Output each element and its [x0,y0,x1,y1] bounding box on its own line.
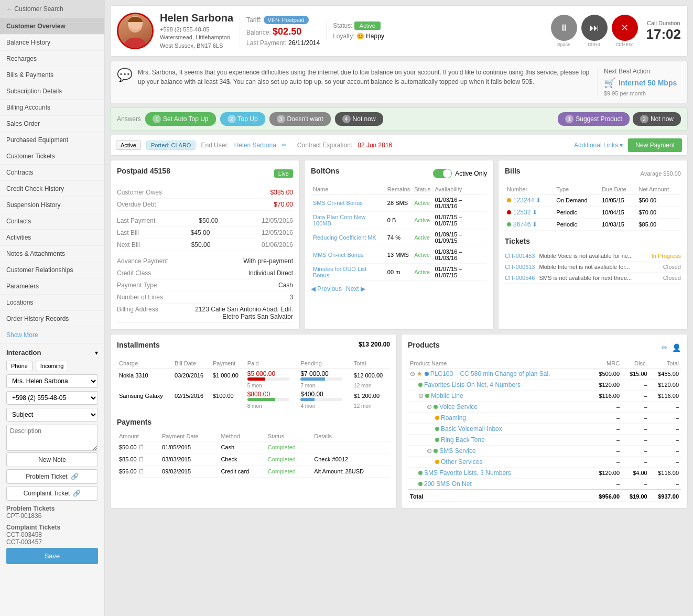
collapse-icon[interactable]: ⊖ [418,392,425,399]
sidebar-item-suspension-history[interactable]: Suspension History [0,197,104,213]
customer-address2: West Sussex, BN17 6LS [160,42,233,50]
download-icon[interactable]: ⬇ [532,209,537,216]
product-name[interactable]: Other Services [441,458,482,466]
sidebar-item-locations[interactable]: Locations [0,295,104,311]
sidebar-item-billing-accounts[interactable]: Billing Accounts [0,100,104,116]
sidebar-item-purchased-equipment[interactable]: Purchased Equipment [0,132,104,148]
tickets-title: Tickets [505,237,681,245]
save-button[interactable]: Save [6,548,98,564]
skip-button[interactable]: ⏭ [581,15,608,41]
bolton-name[interactable]: Reducing Coefficient MK [311,229,385,246]
sidebar-item-activities[interactable]: Activities [0,230,104,246]
product-row: Other Services – – – [408,457,681,468]
avatar [117,13,154,49]
product-name[interactable]: Roaming [441,414,466,422]
owes-value: $385.00 [270,189,293,196]
product-row: 200 SMS On Net – – – [408,479,681,490]
product-row: ⊖ ★ PLC100 – CC 580 min Change of plan S… [408,369,681,380]
bill-row: 86746 ⬇ Periodic 10/03/15 $85.00 [505,219,681,231]
sidebar-item-balance-history[interactable]: Balance History [0,35,104,51]
download-icon[interactable]: ⬇ [532,221,537,228]
bolton-row: Reducing Coefficient MK 74 % Active 01/0… [311,229,487,246]
sidebar-item-subscription-details[interactable]: Subscription Details [0,83,104,100]
suggest-product-button[interactable]: 1 Suggest Product [558,112,630,126]
back-button[interactable]: ← Customer Search [0,0,104,18]
sidebar-item-credit-check[interactable]: Credit Check History [0,181,104,197]
postpaid-panel: Postpaid 45158 Live Customer Owes $385.0… [110,160,300,330]
sidebar-item-order-history[interactable]: Order History Records [0,311,104,327]
bolton-name[interactable]: MMS On-net Bonus [311,246,385,264]
receipt-icon[interactable]: 🗒 [138,456,145,463]
new-note-button[interactable]: New Note [6,452,98,467]
payments-table: Amount Payment Date Method Status Detail… [117,431,390,478]
problem-ticket-button[interactable]: Problem Ticket 🔗 [6,469,98,484]
download-icon[interactable]: ⬇ [536,197,541,204]
receipt-icon[interactable]: 🗒 [138,468,145,475]
sidebar-item-contracts[interactable]: Contracts [0,165,104,181]
customer-select[interactable]: Mrs. Helen Sarbona [6,374,98,388]
product-name[interactable]: Favorites Lists On Net, 4 Numbers [424,381,521,388]
product-name[interactable]: SMS Service [439,447,475,455]
collapse-icon[interactable]: ⊖ [410,370,417,377]
sidebar-item-sales-order[interactable]: Sales Order [0,116,104,132]
not-now-button[interactable]: 4 Not now [335,112,383,126]
sidebar-item-customer-relationships[interactable]: Customer Relationships [0,262,104,278]
ticket-id[interactable]: CIT-000546 [505,275,535,281]
ticket-id[interactable]: CIT-001453 [505,253,535,259]
ticket-status: Closed [663,275,681,281]
additional-links-button[interactable]: Additional Links ▾ [574,142,623,149]
phone-dropdown[interactable]: Phone [6,361,33,371]
product-name[interactable]: PLC100 – CC 580 min Change of plan Sal. [430,370,550,377]
end-call-button[interactable]: ✕ [612,15,638,41]
balance-amount: $02.50 [273,26,301,37]
doesnt-want-button[interactable]: 3 Doesn't want [269,112,331,126]
sidebar-item-recharges[interactable]: Recharges [0,51,104,67]
collapse-icon[interactable]: ▾ [95,349,98,356]
products-panel: Products ✏ 👤 Product Name MRC Disc. Tota… [401,334,688,509]
product-name[interactable]: Voice Service [439,403,478,410]
nba-not-now-button[interactable]: 2 Not now [633,112,681,126]
collapse-icon[interactable]: ⊖ [427,403,434,410]
sidebar-item-parameters[interactable]: Parameters [0,278,104,295]
subject-select[interactable]: Subject [6,408,98,422]
description-textarea[interactable] [6,425,98,451]
tickets-section: Tickets CIT-001453 Mobile Voice is not a… [505,237,681,284]
collapse-icon[interactable]: ⊖ [427,447,434,455]
phone-select[interactable]: +598 (2) 555-48-05 [6,391,98,405]
receipt-icon[interactable]: 🗒 [138,444,145,451]
product-name[interactable]: 200 SMS On Net [424,480,472,488]
bills-panel: Bills Avarage $50.00 Number Type Due Dat… [498,160,688,330]
sidebar-item-bills-payments[interactable]: Bills & Payments [0,67,104,83]
bolton-name[interactable]: Minutes for DUO List Bonus [311,264,385,281]
user-product-button[interactable]: 👤 [672,343,681,352]
sidebar-item-customer-tickets[interactable]: Customer Tickets [0,148,104,165]
product-name[interactable]: Basic Voicemail Inbox [441,425,502,433]
active-only-toggle[interactable] [433,169,452,178]
end-label: Ctrl+Esc [615,42,633,47]
edit-product-button[interactable]: ✏ [662,343,668,352]
pause-button[interactable]: ⏸ [551,15,577,41]
new-payment-button[interactable]: New Payment [628,138,682,152]
product-name[interactable]: Ring Back Tone [441,436,485,444]
end-user-link[interactable]: Helen Sarbona [234,142,276,149]
bolton-name[interactable]: Data Plan Corp New 100MB [311,212,385,229]
top-up-button[interactable]: 2 Top Up [220,112,265,126]
boltons-panel: BoltOns Active Only Name Remains Status … [304,160,494,330]
complaint-ticket-button[interactable]: Complaint Ticket 🔗 [6,486,98,501]
prev-link[interactable]: ◀ Previous [311,285,342,293]
bill-row: 12532 ⬇ Periodic 10/04/15 $70.00 [505,207,681,219]
set-auto-topup-button[interactable]: 1 Set Auto Top Up [145,112,216,126]
sidebar-item-contacts[interactable]: Contacts [0,213,104,230]
products-table: Product Name MRC Disc. Total ⊖ ★ PLC100 … [408,359,681,502]
direction-dropdown[interactable]: Incoming [36,361,69,371]
product-name[interactable]: Mobile Line [431,392,463,399]
sidebar-item-customer-overview[interactable]: Customer Overview [0,18,104,35]
next-link[interactable]: Next ▶ [346,285,365,293]
show-more-link[interactable]: Show More [0,327,104,343]
sidebar-item-notes[interactable]: Notes & Attachments [0,246,104,262]
ticket-id[interactable]: CIT-000613 [505,264,535,270]
product-name[interactable]: SMS Favorite Lists, 3 Numbers [424,469,511,477]
edit-icon[interactable]: ✏ [281,142,287,149]
bolton-name[interactable]: SMS On-net Bonus [311,194,385,212]
main-content: Helen Sarbona +598 (2) 555-48-05 Watersm… [105,0,693,616]
